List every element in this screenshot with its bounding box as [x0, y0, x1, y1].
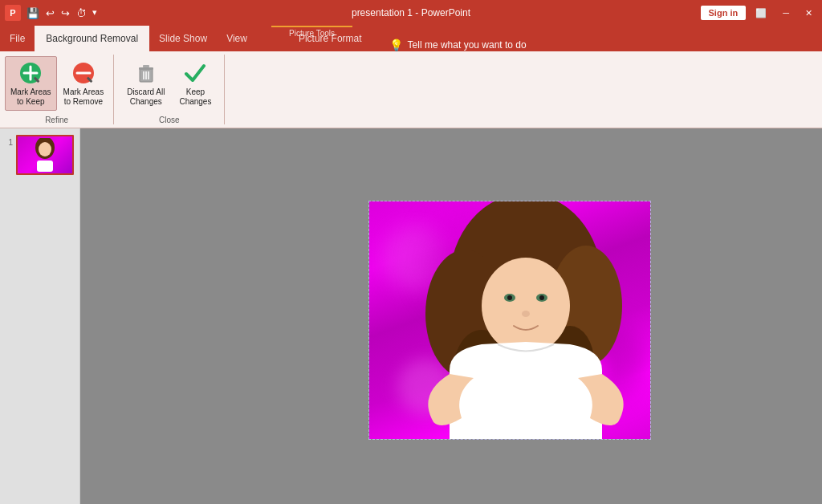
picture-tools-label: Picture Tools	[271, 26, 352, 38]
undo-qat-btn[interactable]: ↩	[43, 7, 57, 19]
tab-background-removal[interactable]: Background Removal	[35, 26, 149, 51]
quick-access-toolbar: 💾 ↩ ↪ ⏱ ▾	[24, 7, 99, 19]
close-group-label: Close	[159, 116, 180, 124]
picture-container[interactable]	[368, 201, 651, 440]
slide-canvas	[236, 156, 667, 476]
svg-point-26	[539, 295, 544, 300]
mark-areas-remove-button[interactable]: Mark Areasto Remove	[59, 57, 109, 110]
save-qat-btn[interactable]: 💾	[24, 7, 42, 19]
mark-keep-label: Mark Areasto Keep	[10, 87, 51, 107]
tell-me-icon: 💡	[389, 39, 403, 51]
close-btn[interactable]: ✕	[799, 8, 819, 18]
tab-view[interactable]: View	[217, 26, 257, 51]
tell-me-text: Tell me what you want to do	[408, 39, 527, 51]
refine-group-label: Refine	[45, 116, 68, 124]
mark-areas-keep-button[interactable]: Mark Areasto Keep	[5, 56, 57, 111]
picture-tools-section: Picture Tools	[271, 26, 352, 38]
svg-rect-9	[143, 65, 149, 67]
mark-remove-label: Mark Areasto Remove	[63, 87, 104, 107]
discard-all-button[interactable]: Discard AllChanges	[122, 57, 169, 110]
svg-rect-8	[139, 67, 153, 70]
discard-all-label: Discard AllChanges	[127, 87, 165, 107]
keep-changes-icon	[182, 60, 208, 86]
slide-thumb-row: 1	[3, 135, 76, 175]
refine-group: Mark Areasto Keep Mark Areasto Remove Re…	[0, 55, 114, 124]
discard-all-icon	[133, 60, 159, 86]
canvas-area	[80, 128, 822, 504]
powerpoint-icon: P	[5, 5, 21, 21]
svg-point-14	[39, 142, 51, 156]
redo-qat-btn[interactable]: ↪	[59, 7, 72, 19]
sign-in-button[interactable]: Sign in	[701, 6, 747, 20]
slide-thumbnail-1[interactable]	[16, 135, 74, 175]
svg-rect-15	[37, 161, 53, 172]
mark-keep-icon	[18, 60, 43, 86]
restore-window-btn[interactable]: ⬜	[749, 8, 773, 18]
svg-point-27	[522, 311, 530, 317]
mark-remove-icon	[71, 60, 96, 86]
minimize-btn[interactable]: ─	[776, 8, 796, 18]
close-group: Discard AllChanges KeepChanges Close	[114, 55, 225, 124]
tab-file[interactable]: File	[0, 26, 35, 51]
person-svg	[369, 201, 651, 440]
tab-slide-show[interactable]: Slide Show	[149, 26, 217, 51]
keep-changes-button[interactable]: KeepChanges	[174, 57, 216, 110]
window-title: presentation 1 - PowerPoint	[352, 7, 470, 18]
slide-number-1: 1	[3, 135, 13, 147]
timer-qat-btn[interactable]: ⏱	[74, 7, 89, 19]
svg-point-22	[482, 258, 570, 354]
svg-point-25	[507, 295, 512, 300]
qat-more-btn[interactable]: ▾	[91, 7, 99, 19]
slide-panel: 1	[0, 128, 80, 504]
tell-me-area[interactable]: 💡 Tell me what you want to do	[380, 39, 536, 51]
keep-changes-label: KeepChanges	[179, 87, 211, 107]
